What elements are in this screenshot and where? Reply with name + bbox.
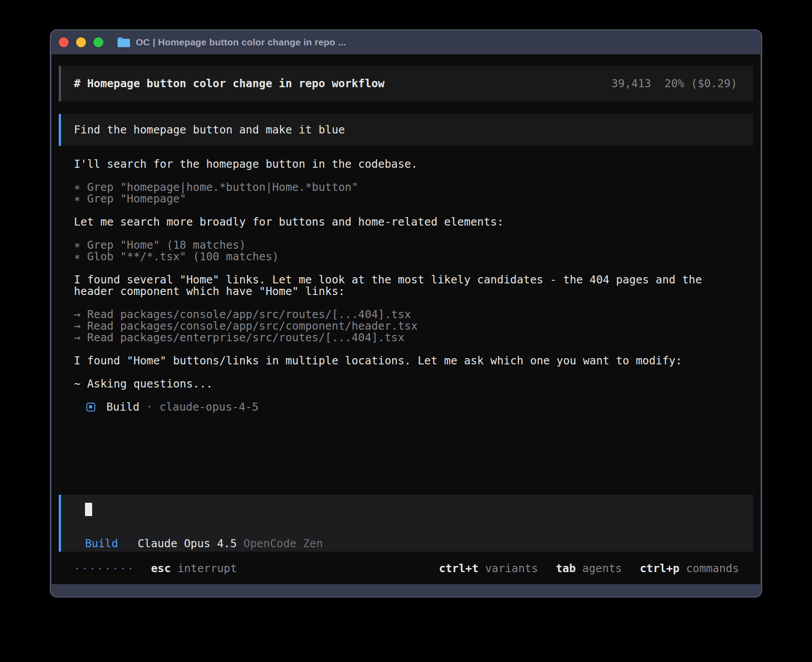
chat-area: # Homepage button color change in repo w…: [59, 54, 753, 424]
tool-call-grep: ∗ Grep "homepage|home.*button|Home.*butt…: [59, 182, 753, 193]
token-count: 39,413: [612, 78, 651, 89]
assistant-message: Let me search more broadly for buttons a…: [59, 216, 753, 228]
build-agent-icon: [86, 403, 95, 412]
input-provider-label: OpenCode Zen: [244, 538, 323, 549]
assistant-text: I found "Home" buttons/links in multiple…: [59, 355, 753, 367]
tool-calls: ∗ Grep "Home" (18 matches) ∗ Glob "**/*.…: [59, 239, 753, 262]
terminal-window: OC | Homepage button color change in rep…: [50, 29, 762, 597]
input-agent-label[interactable]: Build: [85, 538, 118, 549]
assistant-text: I'll search for the homepage button in t…: [59, 158, 753, 170]
hint-commands: ctrl+p commands: [640, 563, 739, 574]
prompt-input[interactable]: Build Claude Opus 4.5 OpenCode Zen: [59, 495, 753, 552]
assistant-message: I found "Home" buttons/links in multiple…: [59, 355, 753, 367]
asking-questions-text: ~ Asking questions...: [59, 378, 753, 390]
agent-status-line: Build · claude-opus-4-5: [59, 401, 753, 413]
agent-name: Build: [106, 401, 139, 413]
user-message-text: Find the homepage button and make it blu…: [74, 124, 345, 136]
context-cost: 20% ($0.29): [665, 78, 737, 89]
input-model-label[interactable]: Claude Opus 4.5: [138, 538, 237, 549]
assistant-message: I found several "Home" links. Let me loo…: [59, 274, 753, 297]
assistant-working: ~ Asking questions...: [59, 378, 753, 390]
folder-icon: [117, 37, 130, 48]
status-bar: ········ esc interrupt ctrl+t variants t…: [74, 563, 739, 574]
input-meta: Build Claude Opus 4.5 OpenCode Zen: [85, 538, 753, 549]
hint-variants: ctrl+t variants: [439, 563, 538, 574]
session-header: # Homepage button color change in repo w…: [59, 66, 753, 101]
assistant-message: I'll search for the homepage button in t…: [59, 158, 753, 170]
session-title: # Homepage button color change in repo w…: [74, 78, 385, 89]
window-title: OC | Homepage button color change in rep…: [136, 37, 346, 48]
text-cursor: [85, 503, 92, 516]
window-titlebar[interactable]: OC | Homepage button color change in rep…: [51, 30, 761, 54]
zoom-button[interactable]: [93, 37, 103, 47]
transcript: I'll search for the homepage button in t…: [59, 158, 753, 413]
hint-interrupt: esc interrupt: [151, 563, 237, 574]
model-name: claude-opus-4-5: [159, 401, 259, 413]
assistant-text: I found several "Home" links. Let me loo…: [59, 274, 753, 286]
user-message: Find the homepage button and make it blu…: [59, 114, 753, 146]
tool-call-read: → Read packages/console/app/src/routes/[…: [59, 309, 753, 320]
tool-call-read: → Read packages/enterprise/src/routes/[.…: [59, 332, 753, 343]
tool-call-glob: ∗ Glob "**/*.tsx" (100 matches): [59, 251, 753, 262]
tool-call-read: → Read packages/console/app/src/componen…: [59, 320, 753, 332]
tool-calls: ∗ Grep "homepage|home.*button|Home.*butt…: [59, 182, 753, 205]
close-button[interactable]: [59, 37, 69, 47]
tool-calls: → Read packages/console/app/src/routes/[…: [59, 309, 753, 343]
session-stats: 39,413 20% ($0.29): [612, 78, 737, 89]
terminal-content: # Homepage button color change in repo w…: [52, 54, 760, 584]
tool-call-grep: ∗ Grep "Home" (18 matches): [59, 239, 753, 251]
assistant-text: Let me search more broadly for buttons a…: [59, 216, 753, 228]
keyhints: ctrl+t variants tab agents ctrl+p comman…: [439, 563, 739, 574]
tool-call-grep: ∗ Grep "Homepage": [59, 193, 753, 205]
assistant-text: header component which have "Home" links…: [59, 286, 753, 297]
hint-agents: tab agents: [556, 563, 622, 574]
minimize-button[interactable]: [76, 37, 86, 47]
status-separator: ·: [146, 401, 153, 413]
spinner-dots: ········: [74, 562, 135, 575]
